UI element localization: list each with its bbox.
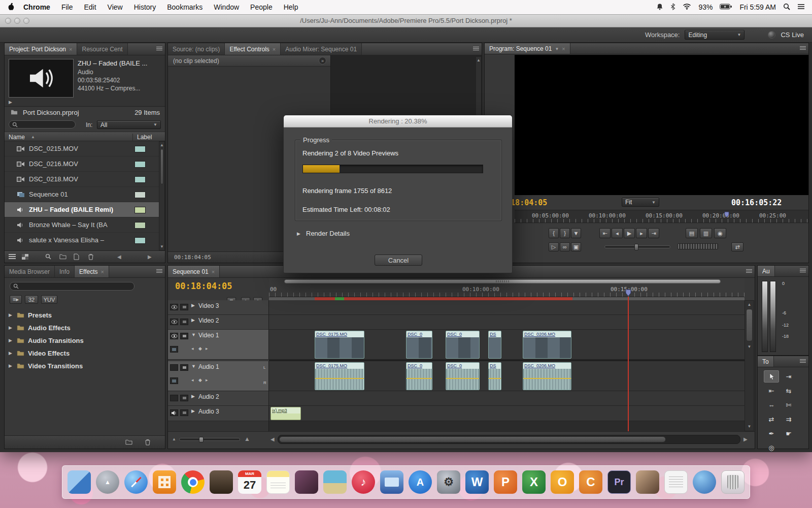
zoom-slider[interactable] [179, 438, 240, 441]
label-chip[interactable] [134, 207, 146, 213]
list-item[interactable]: DSC_0215.MOV [5, 141, 159, 156]
tab-source[interactable]: Source: (no clips) [168, 43, 225, 55]
close-icon[interactable]: × [562, 46, 565, 52]
label-chip[interactable] [134, 237, 146, 244]
label-chip[interactable] [134, 192, 146, 198]
toggle-track-output[interactable] [170, 395, 178, 401]
video-clip[interactable]: DS [488, 331, 501, 359]
list-item[interactable]: DSC_0218.MOV [5, 172, 159, 187]
label-chip[interactable] [134, 161, 146, 168]
zoom-out-icon[interactable]: ▲ [172, 437, 176, 441]
collapse-icon[interactable]: ▼ [191, 364, 196, 369]
track-lane-audio3[interactable] [269, 406, 745, 421]
shuttle-handle[interactable] [634, 244, 638, 250]
video-clip[interactable]: DSC_0175.MO [315, 331, 364, 359]
tab-audio-mixer[interactable]: Audio Mixer: Sequence 01 [281, 43, 362, 55]
set-display-style-icon[interactable] [170, 377, 178, 384]
list-view-icon[interactable] [9, 254, 16, 260]
toggle-track-output[interactable] [170, 319, 178, 325]
zoom-slider-handle[interactable] [199, 437, 204, 442]
list-item[interactable]: salute x Vanessa Elisha – [5, 233, 159, 248]
sync-lock-toggle[interactable] [180, 319, 188, 325]
menu-people[interactable]: People [250, 3, 273, 11]
new-item-icon[interactable] [74, 253, 79, 262]
project-search-input[interactable] [9, 120, 76, 129]
tab-audio-meters[interactable]: Au [758, 266, 775, 277]
panel-menu-icon[interactable] [154, 43, 165, 55]
track-header-audio3[interactable]: ▶ Audio 3 [168, 406, 269, 421]
scroll-up-icon[interactable]: ▲ [745, 302, 754, 307]
track-header-video1[interactable]: ▼ Video 1 ◂ ◆ ▸ [168, 330, 269, 360]
loop-button[interactable]: ∞ [560, 242, 570, 251]
panel-menu-icon[interactable] [743, 266, 755, 277]
video-clip[interactable]: DSC_0 [446, 331, 480, 359]
dialog-title[interactable]: Rendering : 20.38% [284, 115, 512, 128]
scroll-thumb[interactable] [279, 436, 666, 442]
scroll-down-icon[interactable]: ▼ [159, 244, 164, 249]
track-header-audio1[interactable]: ▼ Audio 1 ◂ ◆ ▸ L R [168, 361, 269, 391]
tree-item[interactable]: ▶ Audio Transitions [5, 335, 165, 347]
32-bit-filter-badge[interactable]: 32 [25, 295, 38, 304]
set-display-style-icon[interactable] [170, 346, 178, 353]
zoom-in-icon[interactable]: ▲ [244, 435, 250, 442]
expand-icon[interactable]: » [319, 57, 326, 65]
dock-launchpad-icon[interactable] [153, 470, 176, 494]
add-keyframe-icon[interactable]: ◆ [198, 346, 202, 351]
panel-menu-icon[interactable] [154, 266, 165, 277]
video-clip[interactable]: DSC_0 [406, 331, 432, 359]
slide-tool[interactable]: ⇉ [781, 413, 796, 425]
bluetooth-icon[interactable] [670, 3, 675, 12]
go-to-in-button[interactable]: ⇤ [599, 228, 611, 238]
list-item[interactable]: Sequence 01 [5, 187, 159, 202]
column-label[interactable]: Label [132, 134, 152, 141]
tab-tools[interactable]: To [758, 356, 774, 367]
sync-lock-toggle[interactable] [180, 409, 188, 416]
collapse-icon[interactable]: ▼ [191, 332, 196, 337]
toggle-track-output[interactable] [170, 364, 178, 371]
dock-outlook-icon[interactable]: O [551, 470, 574, 494]
track-header-audio2[interactable]: ▶ Audio 2 [168, 391, 269, 406]
export-frame-button[interactable]: ◉ [714, 228, 726, 238]
add-keyframe-icon[interactable]: ◆ [198, 377, 202, 383]
tab-resource-central[interactable]: Resource Cent [77, 43, 127, 55]
timeline-vscrollbar[interactable]: ▲ ▼ ▼ [745, 300, 754, 431]
wifi-icon[interactable] [683, 3, 691, 11]
slip-tool[interactable]: ⇄ [764, 413, 779, 425]
safe-margins-button[interactable]: ▣ [571, 242, 581, 251]
panel-menu-icon[interactable] [797, 266, 808, 276]
trash-icon[interactable] [145, 439, 151, 447]
ripple-edit-tool[interactable]: ⇤ [764, 385, 779, 397]
effect-controls-timecode[interactable]: 00:18:04:05 [174, 254, 211, 261]
menu-view[interactable]: View [108, 3, 123, 11]
tab-effects[interactable]: Effects× [75, 266, 109, 277]
apple-menu-icon[interactable] [7, 3, 14, 12]
audio-clip[interactable]: DSC_0175.MO [315, 362, 364, 390]
program-playhead-icon[interactable] [724, 211, 729, 219]
tree-item[interactable]: ▶ Presets [5, 309, 165, 322]
work-area-bar[interactable] [284, 279, 721, 283]
selection-tool[interactable] [764, 370, 779, 383]
menubar-clock[interactable]: Fri 5:59 AM [739, 3, 776, 11]
dock-launcher-rocket-icon[interactable]: ▲ [96, 470, 119, 494]
project-filter-dropdown[interactable]: All▼ [97, 120, 161, 129]
nav-forward-icon[interactable]: ▶ [148, 254, 152, 260]
dock-remote-desktop-icon[interactable] [380, 470, 403, 494]
column-name[interactable]: Name [9, 134, 25, 141]
tab-info[interactable]: Info [55, 266, 75, 277]
notifications-bell-icon[interactable] [656, 3, 663, 12]
dock-app-store-icon[interactable]: A [409, 470, 432, 494]
timeline-tracks-area[interactable]: DSC_0175.MO DSC_0 DSC_0 DS DSC_0206.MO D… [269, 300, 745, 431]
hscroll-left-icon[interactable]: ◀ [270, 436, 275, 442]
tab-program[interactable]: Program: Sequence 01▼× [485, 43, 570, 54]
step-back-button[interactable]: ◂ [612, 228, 623, 238]
scroll-up-icon[interactable]: ▲ [159, 143, 164, 147]
prev-keyframe-icon[interactable]: ◂ [191, 377, 194, 383]
track-lane-video2[interactable] [269, 315, 745, 330]
label-chip[interactable] [134, 222, 146, 229]
accelerated-effects-icon[interactable]: ≡▸ [10, 295, 22, 304]
program-monitor[interactable] [515, 55, 808, 195]
add-marker-button[interactable]: ▼ [571, 228, 581, 238]
list-column-header[interactable]: Name ▲ Label [5, 132, 165, 141]
new-custom-bin-icon[interactable] [125, 439, 132, 447]
dock-communicator-icon[interactable]: C [579, 470, 602, 494]
